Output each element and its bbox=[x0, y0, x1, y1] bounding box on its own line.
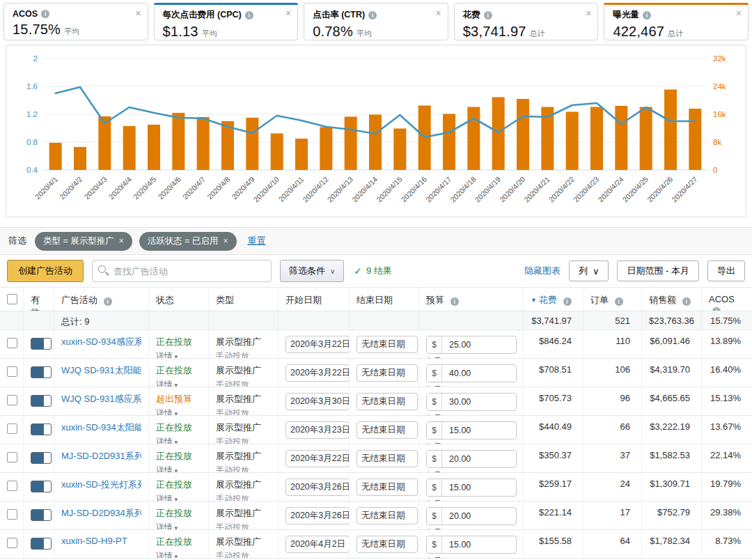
metric-card-cpc[interactable]: 每次点击费用 (CPC)i×$1.13平均 bbox=[154, 3, 299, 40]
sort-desc-icon: ▼ bbox=[531, 297, 537, 304]
budget-input[interactable]: $15.00 bbox=[426, 421, 517, 440]
metric-card-impressions[interactable]: 曝光量i×422,467总计 bbox=[604, 3, 749, 40]
row-checkbox[interactable] bbox=[7, 538, 17, 548]
campaign-link[interactable]: WJQ SD-931感应系列... bbox=[61, 393, 141, 405]
detail-link[interactable]: 详情 ▾ bbox=[156, 493, 201, 501]
budget-input[interactable]: $15.00 bbox=[426, 536, 517, 554]
start-date-input[interactable]: 2020年3月23日 bbox=[285, 421, 350, 439]
enabled-toggle[interactable] bbox=[31, 481, 52, 492]
start-date-input[interactable]: 2020年3月22日 bbox=[285, 450, 350, 467]
close-icon[interactable]: × bbox=[135, 8, 141, 18]
row-checkbox[interactable] bbox=[7, 452, 17, 462]
end-date-input[interactable]: 无结束日期 bbox=[357, 336, 418, 353]
campaign-row: WJQ SD-931感应系列...超出预算详情 ▾展示型推广手动投放2020年3… bbox=[0, 387, 752, 416]
acos-value: 19.79% bbox=[702, 473, 752, 501]
end-date-input[interactable]: 无结束日期 bbox=[357, 450, 418, 467]
close-icon[interactable]: × bbox=[736, 8, 742, 18]
chart-bar bbox=[467, 107, 480, 171]
budget-input[interactable]: $40.00 bbox=[426, 364, 517, 382]
start-date-input[interactable]: 2020年3月22日 bbox=[285, 364, 350, 382]
select-all-checkbox[interactable] bbox=[7, 294, 17, 304]
header-end-date: 结束日期 bbox=[350, 288, 419, 311]
end-date-input[interactable]: 无结束日期 bbox=[357, 421, 418, 439]
enabled-toggle[interactable] bbox=[31, 538, 52, 550]
export-button[interactable]: 导出 bbox=[707, 260, 745, 281]
campaign-link[interactable]: MJ-SD-D2D934系列2... bbox=[61, 507, 141, 520]
card-value: $3,741.97 bbox=[463, 24, 526, 39]
start-date-input[interactable]: 2020年3月22日 bbox=[285, 336, 350, 353]
filter-pill[interactable]: 类型 = 展示型推广× bbox=[35, 232, 132, 251]
targeting-type: 手动投放 bbox=[216, 522, 271, 529]
info-icon: i bbox=[245, 11, 253, 20]
row-checkbox[interactable] bbox=[7, 509, 17, 520]
metric-card-spend[interactable]: 花费i×$3,741.97总计 bbox=[454, 3, 599, 40]
budget-input[interactable]: $30.00 bbox=[426, 393, 517, 411]
detail-link[interactable]: 详情 ▾ bbox=[156, 350, 201, 358]
x-axis-label: 2020/4/26 bbox=[645, 175, 675, 204]
header-spend[interactable]: ▼花费 i bbox=[524, 288, 583, 311]
filter-conditions-button[interactable]: 筛选条件 ∨ bbox=[280, 260, 344, 282]
detail-link[interactable]: 详情 ▾ bbox=[156, 465, 201, 472]
columns-button[interactable]: 列 ∨ bbox=[569, 260, 609, 281]
enabled-toggle[interactable] bbox=[31, 509, 52, 521]
enabled-toggle[interactable] bbox=[31, 338, 52, 350]
date-range-button[interactable]: 日期范围 - 本月 bbox=[617, 260, 699, 281]
row-checkbox[interactable] bbox=[7, 481, 17, 491]
budget-value: 40.00 bbox=[442, 365, 516, 382]
hide-chart-link[interactable]: 隐藏图表 bbox=[524, 265, 561, 277]
row-checkbox[interactable] bbox=[7, 395, 17, 405]
close-icon[interactable]: × bbox=[586, 8, 591, 18]
campaign-status: 超出预算 bbox=[156, 393, 201, 405]
campaign-type: 展示型推广 bbox=[216, 507, 271, 520]
metric-card-ctr[interactable]: 点击率 (CTR)i×0.78%平均 bbox=[304, 3, 448, 40]
budget-input[interactable]: $15.00 bbox=[426, 479, 517, 497]
enabled-toggle[interactable] bbox=[31, 452, 52, 464]
campaign-status: 正在投放 bbox=[156, 479, 201, 491]
end-date-input[interactable]: 无结束日期 bbox=[357, 536, 418, 553]
row-checkbox[interactable] bbox=[7, 338, 17, 348]
remove-filter-icon[interactable]: × bbox=[224, 236, 228, 246]
row-checkbox[interactable] bbox=[7, 423, 17, 434]
start-date-input[interactable]: 2020年3月26日 bbox=[285, 479, 350, 496]
start-date-input[interactable]: 2020年3月26日 bbox=[285, 507, 350, 524]
caret-down-icon: ▾ bbox=[173, 439, 178, 444]
budget-input[interactable]: $25.00 bbox=[426, 336, 517, 354]
enabled-toggle[interactable] bbox=[31, 423, 52, 435]
filter-pill[interactable]: 活跃状态 = 已启用× bbox=[139, 232, 237, 251]
campaign-link[interactable]: WJQ SD-931太阳能系... bbox=[61, 364, 141, 377]
enabled-toggle[interactable] bbox=[31, 395, 52, 407]
budget-input[interactable]: $20.00 bbox=[426, 507, 517, 525]
header-type: 类型 bbox=[209, 288, 279, 311]
campaign-link[interactable]: xuxin-SD-934感应系... bbox=[61, 336, 141, 348]
card-value: 422,467 bbox=[613, 24, 664, 39]
reset-filters-link[interactable]: 重置 bbox=[248, 235, 266, 247]
detail-link[interactable]: 详情 ▾ bbox=[156, 379, 201, 387]
detail-link[interactable]: 详情 ▾ bbox=[156, 522, 201, 529]
campaign-type: 展示型推广 bbox=[216, 450, 271, 462]
create-campaign-button[interactable]: 创建广告活动 bbox=[7, 260, 84, 282]
close-icon[interactable]: × bbox=[436, 8, 441, 18]
close-icon[interactable]: × bbox=[285, 8, 291, 18]
campaign-link[interactable]: xuxin-SD-934太阳能... bbox=[61, 421, 141, 434]
end-date-input[interactable]: 无结束日期 bbox=[357, 393, 418, 410]
metric-card-acos[interactable]: ACOSi×15.75%平均 bbox=[3, 3, 148, 40]
detail-link[interactable]: 详情 ▾ bbox=[156, 550, 201, 558]
campaign-link[interactable]: MJ-SD-D2D931系列3... bbox=[61, 450, 141, 462]
budget-input[interactable]: $20.00 bbox=[426, 450, 517, 468]
end-date-input[interactable]: 无结束日期 bbox=[357, 507, 418, 524]
detail-link[interactable]: 详情 ▾ bbox=[156, 407, 201, 415]
x-axis-label: 2020/4/15 bbox=[375, 175, 404, 204]
enabled-toggle[interactable] bbox=[31, 366, 52, 378]
start-date-input[interactable]: 2020年4月2日 bbox=[285, 536, 350, 553]
end-date-input[interactable]: 无结束日期 bbox=[357, 364, 418, 382]
campaign-search bbox=[92, 260, 272, 282]
acos-value: 8.73% bbox=[702, 530, 752, 558]
row-checkbox[interactable] bbox=[7, 366, 17, 377]
detail-link[interactable]: 详情 ▾ bbox=[156, 436, 201, 444]
search-input[interactable] bbox=[92, 260, 272, 282]
start-date-input[interactable]: 2020年3月30日 bbox=[285, 393, 350, 410]
campaign-link[interactable]: xuxin-SD-投光灯系列5... bbox=[61, 479, 141, 491]
end-date-input[interactable]: 无结束日期 bbox=[357, 479, 418, 496]
remove-filter-icon[interactable]: × bbox=[119, 236, 124, 246]
campaign-link[interactable]: xuxin-SD-H9-PT bbox=[61, 536, 141, 546]
